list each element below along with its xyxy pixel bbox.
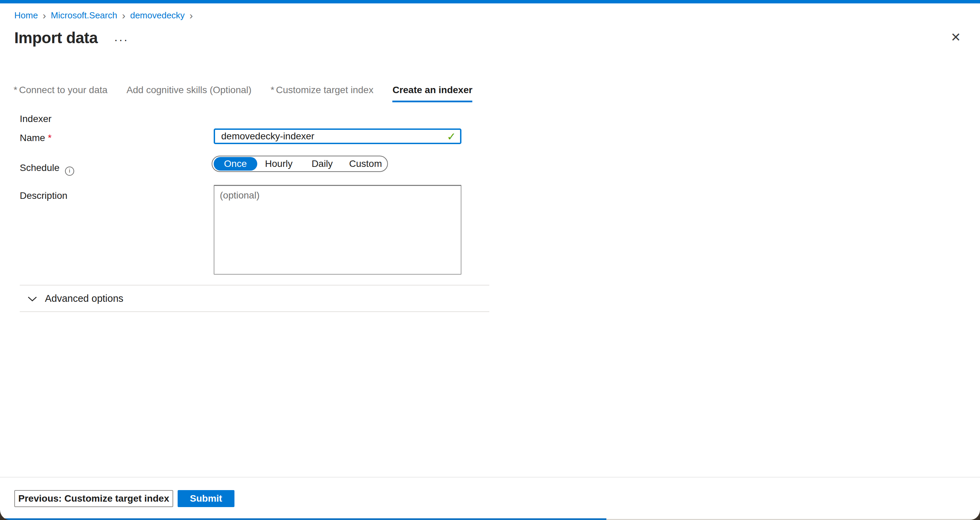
schedule-field-label: Schedulei (20, 162, 74, 176)
breadcrumb-separator-icon: › (122, 11, 125, 20)
tab-connect-to-your-data[interactable]: *Connect to your data (14, 84, 108, 102)
required-asterisk: * (270, 85, 274, 95)
indexer-section-label: Indexer (20, 114, 51, 124)
divider (20, 311, 489, 312)
chevron-down-icon (27, 296, 37, 302)
description-field-label: Description (20, 190, 67, 201)
wizard-tabs: *Connect to your data Add cognitive skil… (14, 84, 472, 102)
info-icon[interactable]: i (65, 166, 74, 176)
indexer-name-input[interactable] (214, 128, 461, 144)
more-options-button[interactable]: ··· (114, 30, 129, 46)
tab-create-an-indexer[interactable]: Create an indexer (392, 84, 472, 102)
window-corner-right (970, 510, 980, 520)
breadcrumb-link-microsoft-search[interactable]: Microsoft.Search (51, 10, 117, 21)
bottom-edge-bar (0, 518, 606, 520)
tab-customize-target-index[interactable]: *Customize target index (270, 84, 373, 102)
required-asterisk: * (14, 85, 18, 95)
advanced-options-label: Advanced options (45, 293, 124, 304)
breadcrumb-separator-icon: › (189, 11, 193, 20)
tab-label: Connect to your data (19, 85, 108, 95)
previous-step-button[interactable]: Previous: Customize target index (14, 490, 173, 507)
tab-label: Customize target index (276, 85, 373, 95)
name-field-label: Name* (20, 133, 52, 143)
close-icon[interactable]: ✕ (951, 31, 961, 43)
breadcrumb-link-demovedecky[interactable]: demovedecky (130, 10, 185, 21)
breadcrumb-separator-icon: › (43, 11, 46, 20)
divider (20, 285, 489, 285)
footer-divider (0, 477, 980, 477)
import-data-page: Home › Microsoft.Search › demovedecky › … (0, 0, 980, 520)
window-corner-left (0, 510, 10, 520)
tab-label: Add cognitive skills (Optional) (127, 85, 251, 95)
breadcrumb-link-home[interactable]: Home (14, 10, 38, 21)
submit-button[interactable]: Submit (178, 490, 234, 507)
schedule-option-hourly[interactable]: Hourly (257, 156, 301, 171)
page-title: Import data (14, 29, 98, 47)
tab-label: Create an indexer (392, 85, 472, 95)
description-textarea[interactable] (214, 185, 461, 274)
name-field-wrapper: ✓ (214, 128, 461, 144)
tab-add-cognitive-skills[interactable]: Add cognitive skills (Optional) (127, 84, 251, 102)
schedule-option-daily[interactable]: Daily (301, 156, 344, 171)
azure-top-nav-bar (0, 0, 980, 3)
breadcrumb: Home › Microsoft.Search › demovedecky › (14, 10, 198, 21)
page-header: Import data ··· (14, 29, 129, 47)
advanced-options-toggle[interactable]: Advanced options (27, 293, 124, 304)
required-asterisk: * (48, 133, 52, 143)
schedule-option-once[interactable]: Once (214, 157, 257, 171)
schedule-option-custom[interactable]: Custom (344, 156, 388, 171)
schedule-toggle-group: Once Hourly Daily Custom (212, 156, 388, 172)
